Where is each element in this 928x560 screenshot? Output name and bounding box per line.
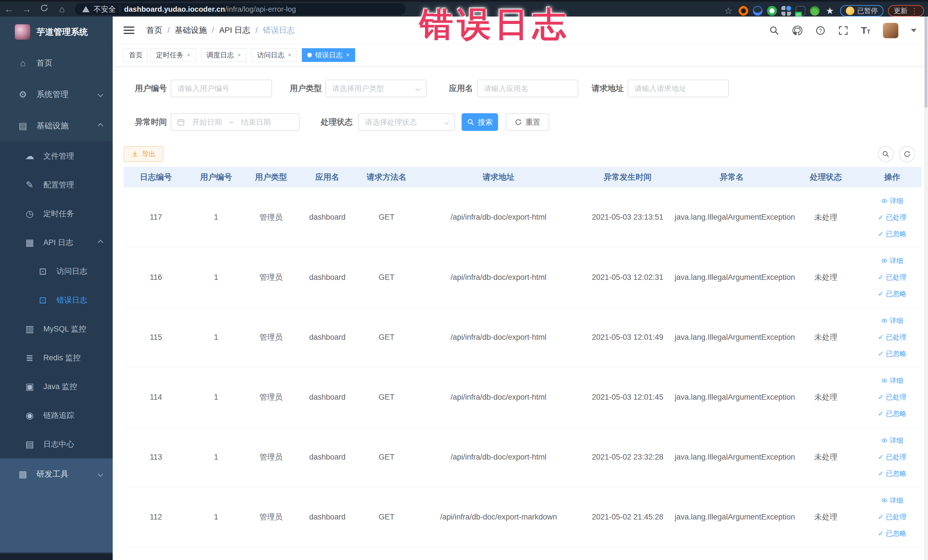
cell-url: /api/infra/db-doc/export-html — [417, 188, 580, 247]
detail-link[interactable]: 详细 — [863, 372, 922, 389]
cell-app: dashboard — [298, 367, 357, 427]
font-size-icon[interactable]: TT — [861, 25, 870, 36]
refresh-table-button[interactable] — [899, 146, 915, 162]
app-name-input[interactable] — [477, 79, 578, 97]
mark-ignored-link[interactable]: ✓已忽略 — [863, 285, 922, 302]
mark-processed-link[interactable]: ✓已处理 — [863, 329, 922, 345]
mark-processed-link[interactable]: ✓已处理 — [863, 389, 922, 405]
reset-button[interactable]: 重置 — [506, 113, 549, 131]
extension-icon-on-badge[interactable]: on — [796, 6, 805, 16]
export-button[interactable]: 导出 — [124, 146, 163, 162]
date-range-separator: ~ — [229, 118, 234, 127]
mark-processed-link[interactable]: ✓已处理 — [863, 449, 922, 465]
search-icon — [882, 150, 890, 158]
bookmark-star-icon[interactable]: ☆ — [723, 5, 734, 16]
breadcrumb-item-infrastructure[interactable]: 基础设施 — [175, 25, 207, 36]
breadcrumb-item-api-log[interactable]: API 日志 — [219, 25, 250, 36]
exception-time-range-picker[interactable]: 开始日期 ~ 结束日期 — [171, 113, 299, 131]
kebab-menu-icon[interactable]: ⋮ — [910, 6, 918, 16]
request-url-input[interactable] — [627, 79, 729, 97]
detail-link[interactable]: 详细 — [863, 492, 922, 509]
tab-access-log[interactable]: 访问日志 × — [252, 48, 297, 62]
close-icon[interactable]: × — [288, 51, 292, 59]
col-header-url: 请求地址 — [417, 167, 580, 188]
tab-error-log[interactable]: 错误日志 × — [302, 48, 355, 62]
address-bar[interactable]: 不安全 dashboard.yudao.iocoder.cn/infra/log… — [75, 3, 406, 15]
extension-icon-green-v[interactable] — [767, 6, 777, 16]
mark-ignored-link[interactable]: ✓已忽略 — [863, 345, 922, 362]
sidebar-item-file-management[interactable]: ☁ 文件管理 — [0, 142, 113, 170]
close-icon[interactable]: × — [346, 51, 350, 59]
sidebar-item-error-log[interactable]: ⊡ 错误日志 — [0, 285, 113, 314]
detail-link[interactable]: 详细 — [863, 252, 922, 269]
browser-reload-icon[interactable] — [35, 4, 53, 15]
mark-processed-link[interactable]: ✓已处理 — [863, 209, 922, 226]
mark-ignored-link[interactable]: ✓已忽略 — [863, 405, 922, 422]
user-id-input[interactable] — [171, 79, 272, 97]
cell-method: GET — [357, 247, 417, 307]
scrollbar-thumb[interactable] — [925, 17, 927, 108]
user-type-select[interactable]: 请选择用户类型 — [325, 79, 426, 97]
detail-link[interactable]: 详细 — [863, 192, 922, 209]
start-date-placeholder: 开始日期 — [192, 117, 222, 127]
browser-home-icon[interactable]: ⌂ — [53, 4, 71, 15]
sidebar-item-label: Java 监控 — [43, 381, 77, 392]
close-icon[interactable]: × — [237, 51, 241, 59]
search-icon[interactable] — [769, 25, 779, 36]
not-secure-label[interactable]: 不安全 — [93, 4, 116, 14]
extension-icon-puzzle[interactable]: ★ — [824, 5, 836, 16]
breadcrumb-item-home[interactable]: 首页 — [147, 25, 162, 36]
mark-ignored-link[interactable]: ✓已忽略 — [863, 525, 922, 542]
extension-icon-grid[interactable] — [781, 6, 791, 16]
filter-label-app-name: 应用名 — [435, 79, 473, 97]
user-menu-caret-icon[interactable] — [911, 29, 917, 32]
extension-icon-green-sprout[interactable] — [810, 6, 820, 16]
extension-icon-blue-shield[interactable] — [753, 6, 763, 16]
tab-home[interactable]: 首页 — [124, 48, 148, 62]
sidebar-item-home[interactable]: ⌂ 首页 — [0, 47, 113, 79]
detail-link[interactable]: 详细 — [863, 432, 922, 449]
extension-icon-orange-ring[interactable] — [739, 6, 748, 16]
sidebar-item-infrastructure[interactable]: ▤ 基础设施 — [0, 110, 113, 142]
sidebar-collapse-icon[interactable] — [124, 24, 134, 36]
cell-status: 未处理 — [789, 367, 863, 427]
paused-extension-pill[interactable]: 已暂停 — [840, 5, 884, 17]
mark-processed-link[interactable]: ✓已处理 — [863, 269, 922, 285]
app-logo-row[interactable]: 芋道管理系统 — [0, 17, 113, 47]
tab-scheduled-tasks[interactable]: 定时任务 × — [151, 48, 196, 62]
sidebar-item-java-monitor[interactable]: ▣ Java 监控 — [0, 372, 113, 401]
detail-link[interactable]: 详细 — [863, 312, 922, 329]
help-icon[interactable]: ? — [815, 25, 826, 36]
mark-ignored-link[interactable]: ✓已忽略 — [863, 226, 922, 242]
tab-schedule-log[interactable]: 调度日志 × — [201, 48, 246, 62]
cell-user-id: 1 — [188, 427, 244, 487]
sidebar-item-scheduled-tasks[interactable]: ◷ 定时任务 — [0, 199, 113, 228]
process-status-select[interactable]: 请选择处理状态 — [358, 113, 455, 131]
sidebar-item-dev-tools[interactable]: ▩ 研发工具 — [0, 458, 113, 490]
cell-user-type: 管理员 — [244, 307, 298, 367]
fullscreen-icon[interactable] — [838, 25, 849, 36]
close-icon[interactable]: × — [187, 51, 191, 59]
sidebar-item-trace[interactable]: ◉ 链路追踪 — [0, 401, 113, 430]
browser-update-button[interactable]: 更新 ⋮ — [888, 5, 924, 17]
search-button[interactable]: 搜索 — [462, 113, 498, 131]
sidebar-item-redis-monitor[interactable]: ≣ Redis 监控 — [0, 343, 113, 372]
page-scrollbar[interactable] — [924, 17, 928, 560]
sidebar-item-config-management[interactable]: ✎ 配置管理 — [0, 170, 113, 199]
browser-back-icon[interactable]: ← — [0, 4, 18, 15]
mark-processed-link[interactable]: ✓已处理 — [863, 509, 922, 525]
toggle-search-button[interactable] — [878, 146, 894, 162]
sidebar-item-log-center[interactable]: ▤ 日志中心 — [0, 430, 113, 458]
sidebar-item-mysql-monitor[interactable]: ▥ MySQL 监控 — [0, 314, 113, 343]
check-icon: ✓ — [878, 470, 884, 478]
sidebar-item-system-management[interactable]: ⚙ 系统管理 — [0, 79, 113, 110]
user-avatar[interactable] — [883, 23, 898, 38]
table-row: 117 1 管理员 dashboard GET /api/infra/db-do… — [124, 188, 922, 247]
github-icon[interactable] — [792, 25, 803, 36]
cell-app: dashboard — [298, 427, 357, 487]
sidebar-item-access-log[interactable]: ⊡ 访问日志 — [0, 257, 113, 285]
url-text[interactable]: dashboard.yudao.iocoder.cn/infra/log/api… — [124, 5, 296, 14]
sidebar-item-api-log[interactable]: ▦ API 日志 — [0, 228, 113, 257]
browser-forward-icon[interactable]: → — [18, 4, 35, 15]
mark-ignored-link[interactable]: ✓已忽略 — [863, 465, 922, 482]
